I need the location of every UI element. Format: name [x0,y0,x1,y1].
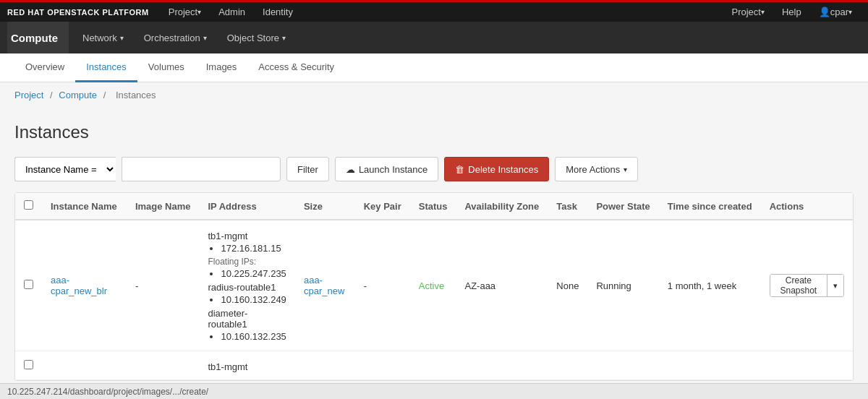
nav-object-store[interactable]: Object Store ▾ [217,22,296,53]
row1-action-dropdown-button[interactable]: ▾ [827,275,843,296]
breadcrumb-sep1: / [50,90,55,100]
top-bar: RED HAT OPENSTACK PLATFORM Project Admin… [0,0,868,22]
row2-ip-cell: tb1-mgmt [199,351,294,380]
table-row: tb1-mgmt [15,351,853,380]
top-bar-left: RED HAT OPENSTACK PLATFORM Project Admin… [7,1,302,23]
top-nav-identity[interactable]: Identity [254,1,302,23]
row2-checkbox-cell [15,351,42,380]
table-header-row: Instance Name Image Name IP Address Size… [15,193,853,220]
th-time[interactable]: Time since created [659,193,761,220]
launch-instance-button[interactable]: ☁ Launch Instance [335,157,438,181]
top-nav-project-right[interactable]: Project [723,1,773,23]
row1-task-cell: None [548,220,587,351]
th-status[interactable]: Status [410,193,456,220]
nav-network[interactable]: Network ▾ [72,22,134,53]
filter-button[interactable]: Filter [286,157,329,181]
network-arrow-icon: ▾ [120,34,124,42]
th-size[interactable]: Size [295,193,355,220]
row2-checkbox[interactable] [24,360,33,369]
th-az[interactable]: Availability Zone [456,193,548,220]
top-nav-project[interactable]: Project [160,1,210,23]
brand-logo: RED HAT OPENSTACK PLATFORM [7,8,149,17]
tab-nav: Overview Instances Volumes Images Access… [0,53,868,82]
cloud-icon: ☁ [346,164,355,175]
breadcrumb-compute[interactable]: Compute [59,90,97,100]
page-title: Instances [14,122,854,142]
table-row: aaa-cpar_new_blr - tb1-mgmt 172.16.181.1… [15,220,853,351]
row2-status-cell [410,351,456,380]
row2-image-cell [127,351,200,380]
th-key-pair[interactable]: Key Pair [355,193,410,220]
status-url: 10.225.247.214/dashboard/project/images/… [7,387,208,396]
th-instance-name[interactable]: Instance Name [42,193,127,220]
nav-orchestration[interactable]: Orchestration ▾ [134,22,217,53]
row1-action-split-button: Create Snapshot ▾ [770,274,844,297]
more-actions-button[interactable]: More Actions ▾ [555,157,638,181]
row1-actions-cell: Create Snapshot ▾ [761,220,853,351]
row1-keypair-cell: - [355,220,410,351]
trash-icon: 🗑 [455,164,464,175]
page-content: Instances Instance Name = Filter ☁ Launc… [0,108,868,395]
row1-network1-name: tb1-mgmt [208,231,286,241]
row1-checkbox-cell [15,220,42,351]
row2-network1-name: tb1-mgmt [208,361,286,372]
compute-brand[interactable]: Compute [7,22,69,53]
th-checkbox [15,193,42,220]
row1-ip-list2: 10.160.132.249 [208,294,286,305]
tab-overview[interactable]: Overview [14,53,75,82]
row1-status-badge: Active [419,280,444,291]
breadcrumb-instances: Instances [116,90,156,100]
row1-ip-cell: tb1-mgmt 172.16.181.15 Floating IPs: 10.… [199,220,294,351]
row1-az-cell: AZ-aaa [456,220,548,351]
row2-task-cell [548,351,587,380]
tab-images[interactable]: Images [195,53,248,82]
delete-instances-button[interactable]: 🗑 Delete Instances [444,157,549,181]
row1-power-cell: Running [587,220,658,351]
row1-name-cell: aaa-cpar_new_blr [42,220,127,351]
th-ip-address[interactable]: IP Address [199,193,294,220]
row1-image-cell: - [127,220,200,351]
object-store-arrow-icon: ▾ [282,34,286,42]
select-all-checkbox[interactable] [24,200,33,210]
instances-table: Instance Name Image Name IP Address Size… [15,193,853,380]
th-task[interactable]: Task [548,193,587,220]
row1-ip-list1: 172.16.181.15 [208,243,286,254]
row1-floating-ip1: 10.225.247.235 [221,268,286,279]
row1-size-cell: aaa-cpar_new [295,220,355,351]
row1-checkbox[interactable] [24,280,33,289]
breadcrumb-project[interactable]: Project [14,90,43,100]
top-nav-user[interactable]: 👤 cpar [810,1,861,23]
breadcrumb-sep2: / [103,90,109,100]
row2-actions-cell [761,351,853,380]
row1-instance-link[interactable]: aaa-cpar_new_blr [51,275,107,296]
row1-time-cell: 1 month, 1 week [659,220,761,351]
th-power[interactable]: Power State [587,193,658,220]
second-nav: Compute Network ▾ Orchestration ▾ Object… [0,22,868,53]
row1-status-cell: Active [410,220,456,351]
filter-input[interactable] [122,157,281,181]
tab-access-security[interactable]: Access & Security [247,53,345,82]
row2-power-cell [587,351,658,380]
row1-floating-ip-list: 10.225.247.235 [208,268,286,279]
more-actions-arrow-icon: ▾ [624,166,627,173]
tab-volumes[interactable]: Volumes [137,53,195,82]
row1-network2-name: radius-routable1 [208,282,286,293]
row1-ip2: 10.160.132.249 [221,294,286,305]
breadcrumb: Project / Compute / Instances [0,82,868,108]
instances-table-container: Instance Name Image Name IP Address Size… [14,192,854,381]
toolbar: Instance Name = Filter ☁ Launch Instance… [14,157,854,181]
row1-network3-name: diameter-routable1 [208,308,286,330]
status-bar: 10.225.247.214/dashboard/project/images/… [0,383,868,395]
top-nav-help[interactable]: Help [773,1,810,23]
filter-select[interactable]: Instance Name = [14,157,116,181]
row1-size-link[interactable]: aaa-cpar_new [304,275,344,296]
tab-instances[interactable]: Instances [75,53,137,82]
row2-size-cell [295,351,355,380]
orchestration-arrow-icon: ▾ [203,34,207,42]
row2-time-cell [659,351,761,380]
row1-ip3: 10.160.132.235 [221,331,286,342]
top-nav-admin[interactable]: Admin [210,1,254,23]
row1-floating-label: Floating IPs: [208,257,286,267]
row1-create-snapshot-button[interactable]: Create Snapshot [770,275,827,296]
th-image-name[interactable]: Image Name [127,193,200,220]
